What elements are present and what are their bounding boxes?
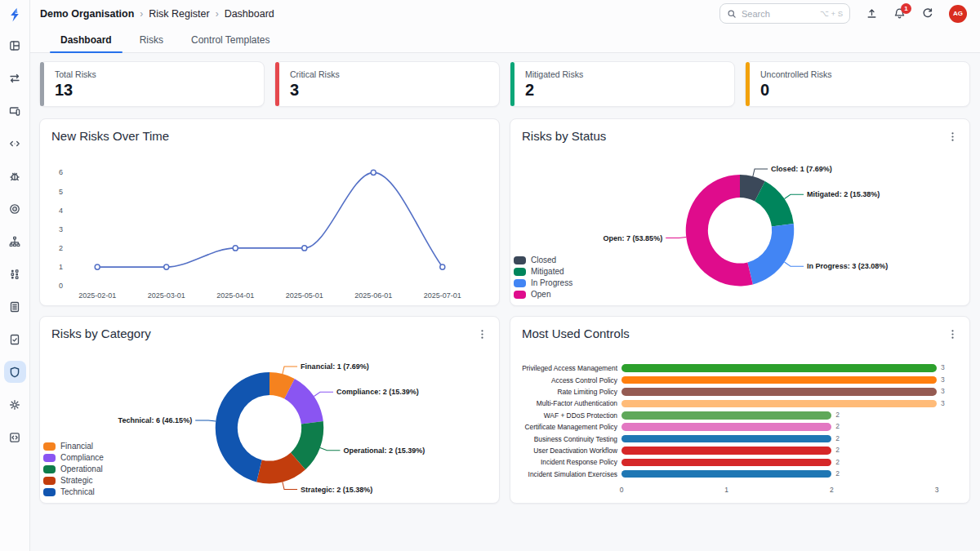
donut-slice-in-progress[interactable]	[747, 224, 794, 284]
bar-waf-ddos-protection[interactable]	[621, 411, 831, 420]
legend-item-compliance[interactable]: Compliance	[43, 453, 104, 462]
search-icon	[727, 9, 737, 19]
tab-risks[interactable]: Risks	[126, 27, 177, 52]
breadcrumb-dashboard[interactable]: Dashboard	[225, 8, 274, 20]
legend-item-mitigated[interactable]: Mitigated	[514, 267, 572, 276]
search-box[interactable]: ⌥ + S	[719, 3, 850, 24]
bar-value-label: 2	[835, 470, 840, 478]
bar-row: Business Continuity Testing2	[522, 433, 958, 444]
bar-user-deactivation-workflow[interactable]	[621, 447, 831, 455]
legend-swatch	[43, 442, 56, 451]
data-point[interactable]	[95, 264, 100, 269]
legend-item-technical[interactable]: Technical	[43, 487, 104, 496]
card-menu-button[interactable]	[946, 327, 960, 344]
bar-incident-simulation-exercises[interactable]	[621, 470, 831, 478]
card-risks-by-category: Risks by Category Financial: 1 (7.69%)Co…	[39, 316, 500, 504]
bar-row: User Deactivation Workflow2	[522, 445, 958, 456]
sidebar-item-document-lines[interactable]	[4, 295, 26, 318]
legend-item-in-progress[interactable]: In Progress	[514, 278, 572, 287]
breadcrumb-separator: ›	[140, 8, 143, 20]
sidebar-item-devices[interactable]	[4, 100, 26, 122]
stat-label: Total Risks	[55, 69, 254, 79]
data-point[interactable]	[233, 246, 238, 251]
refresh-icon	[921, 7, 933, 20]
svg-text:2: 2	[59, 244, 63, 252]
bar-access-control-policy[interactable]	[621, 376, 937, 384]
stat-value: 3	[290, 81, 489, 100]
bar-privileged-access-management[interactable]	[621, 364, 937, 372]
legend-item-open[interactable]: Open	[514, 290, 572, 299]
sidebar-item-grid-dots[interactable]	[4, 263, 26, 285]
status-donut-chart[interactable]: Closed: 1 (7.69%)Mitigated: 2 (15.38%)In…	[522, 147, 958, 300]
chart-title: Most Used Controls	[522, 327, 958, 340]
sidebar-item-code-box[interactable]	[4, 426, 26, 448]
svg-text:3: 3	[59, 225, 63, 233]
legend-label: Operational	[60, 464, 103, 473]
legend-item-closed[interactable]: Closed	[514, 256, 572, 264]
avatar[interactable]: AG	[949, 5, 967, 23]
app-logo[interactable]	[6, 6, 24, 24]
sidebar-item-arrows-swap[interactable]	[4, 67, 26, 89]
legend-swatch	[43, 477, 56, 485]
legend-swatch	[514, 279, 526, 287]
bar-rate-limiting-policy[interactable]	[621, 388, 937, 396]
sidebar-item-bug[interactable]	[4, 165, 26, 187]
sidebar	[0, 0, 30, 551]
legend-label: Mitigated	[531, 267, 564, 276]
card-menu-button[interactable]	[946, 129, 960, 147]
axis-tick-label: 1	[724, 486, 728, 494]
data-point[interactable]	[302, 246, 307, 251]
search-input[interactable]	[742, 9, 815, 19]
bar-incident-response-policy[interactable]	[621, 459, 831, 467]
card-menu-button[interactable]	[475, 327, 489, 344]
donut-callout-label: In Progress: 3 (23.08%)	[807, 262, 888, 270]
stat-card-uncontrolled-risks: Uncontrolled Risks 0	[745, 61, 970, 107]
breadcrumb-org[interactable]: Demo Organisation	[40, 8, 134, 20]
upload-button[interactable]	[866, 7, 878, 20]
line-chart[interactable]: 01234562025-02-012025-03-012025-04-01202…	[51, 147, 488, 300]
svg-text:5: 5	[59, 187, 63, 195]
tab-control-templates[interactable]: Control Templates	[177, 27, 284, 52]
sidebar-item-code[interactable]	[4, 132, 26, 154]
legend-item-financial[interactable]: Financial	[43, 442, 104, 451]
stat-value: 0	[760, 81, 960, 100]
sidebar-item-shield[interactable]	[4, 361, 26, 383]
legend-item-strategic[interactable]: Strategic	[43, 476, 104, 485]
category-donut-chart[interactable]: Financial: 1 (7.69%)Compliance: 2 (15.39…	[51, 344, 488, 498]
bar-category-label: Rate Limiting Policy	[522, 388, 621, 396]
sidebar-item-panels[interactable]	[4, 34, 26, 56]
refresh-button[interactable]	[921, 7, 933, 20]
data-point[interactable]	[440, 264, 445, 269]
panels-icon	[8, 39, 21, 52]
status-legend: ClosedMitigatedIn ProgressOpen	[514, 256, 572, 299]
bar-category-label: Certificate Management Policy	[522, 423, 621, 431]
bar-multi-factor-authentication[interactable]	[621, 400, 937, 408]
kebab-icon	[477, 329, 488, 340]
card-new-risks-over-time: New Risks Over Time 01234562025-02-01202…	[39, 118, 500, 306]
breadcrumb-risk-register[interactable]: Risk Register	[149, 8, 209, 20]
notifications-button[interactable]: 1	[893, 7, 906, 20]
donut-callout-label: Closed: 1 (7.69%)	[771, 165, 832, 173]
donut-callout-label: Strategic: 2 (15.38%)	[301, 485, 372, 493]
bar-category-label: Business Continuity Testing	[522, 435, 621, 443]
bar-row: WAF + DDoS Protection2	[522, 410, 958, 421]
bar-certificate-management-policy[interactable]	[621, 423, 831, 431]
bar-business-continuity-testing[interactable]	[621, 435, 831, 443]
stat-card-mitigated-risks: Mitigated Risks 2	[510, 61, 735, 107]
tab-dashboard[interactable]: Dashboard	[47, 27, 126, 52]
bar-value-label: 3	[941, 400, 945, 408]
devices-icon	[8, 104, 21, 118]
chart-title: Risks by Status	[522, 129, 958, 143]
data-point[interactable]	[371, 170, 376, 175]
sidebar-item-gear[interactable]	[4, 393, 26, 415]
bar-row: Multi-Factor Authentication3	[522, 398, 958, 409]
legend-label: Open	[531, 290, 550, 299]
svg-text:1: 1	[59, 263, 63, 271]
sidebar-item-document-check[interactable]	[4, 328, 26, 350]
data-point[interactable]	[164, 264, 169, 269]
sidebar-item-hierarchy[interactable]	[4, 230, 26, 252]
legend-swatch	[514, 256, 526, 264]
sidebar-item-target-spiral[interactable]	[4, 198, 26, 220]
donut-callout-label: Mitigated: 2 (15.38%)	[807, 190, 880, 198]
legend-item-operational[interactable]: Operational	[43, 464, 104, 473]
